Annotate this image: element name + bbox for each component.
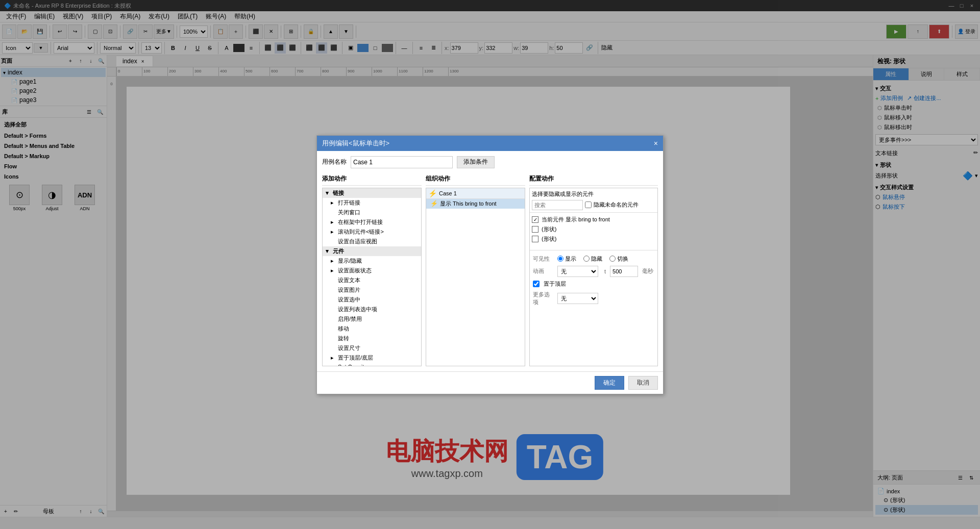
expand-icon: ▸ [331, 355, 338, 361]
target-list: 当前元件 显示 bring to front (形状) (形状) [530, 213, 657, 246]
hide-label: 隐藏 [591, 255, 602, 263]
target-current: 当前元件 显示 bring to front [532, 215, 655, 224]
dialog-close-btn[interactable]: × [654, 139, 658, 147]
case-name-row: 用例名称 添加条件 [322, 156, 658, 168]
cancel-btn[interactable]: 取消 [628, 376, 658, 390]
case-action-label: 显示 This bring to front [440, 200, 497, 208]
add-condition-btn[interactable]: 添加条件 [457, 156, 495, 168]
expand-icon: ▸ [331, 229, 338, 235]
group-widget-label: 元件 [333, 247, 344, 255]
config-action-col: 配置动作 选择要隐藏或显示的元件 隐藏未命名的元件 [529, 172, 658, 366]
group-link-label: 链接 [333, 189, 344, 197]
action-label: 在框架中打开链接 [338, 218, 383, 226]
more-options-row: 更多选项 无 [533, 289, 654, 308]
target-shape1: (形状) [532, 224, 655, 234]
action-set-size[interactable]: 设置尺寸 [323, 343, 421, 353]
action-list: ▾ 链接 ▸ 打开链接 关闭窗口 [323, 188, 421, 366]
action-open-link[interactable]: ▸ 打开链接 [323, 198, 421, 208]
case-item-label: Case 1 [439, 190, 457, 196]
action-rotate[interactable]: 旋转 [323, 334, 421, 343]
bring-to-front-checkbox[interactable] [533, 281, 540, 287]
config-action-content: 选择要隐藏或显示的元件 隐藏未命名的元件 [529, 188, 658, 366]
bring-to-front-label: 置于顶层 [544, 280, 566, 288]
case-name-label: 用例名称 [322, 158, 347, 166]
visibility-label: 可见性 [533, 255, 553, 263]
search-hide-row: 隐藏未命名的元件 [532, 200, 655, 210]
action-label: 设置尺寸 [338, 344, 360, 352]
case-action-show[interactable]: ⚡ 显示 This bring to front [426, 199, 525, 209]
toggle-radio: 切换 [609, 255, 628, 263]
more-options-select[interactable]: 无 [557, 293, 598, 304]
action-label: 设置选中 [338, 296, 360, 304]
target-shape1-checkbox[interactable] [532, 226, 538, 233]
dialog-title-bar: 用例编辑<鼠标单击时> × [317, 136, 663, 151]
action-opacity[interactable]: Set Opacity [323, 363, 421, 366]
hide-unnamed-checkbox[interactable] [585, 201, 592, 208]
config-action-header: 配置动作 [529, 172, 658, 186]
action-enable[interactable]: 启用/禁用 [323, 314, 421, 324]
dialog-body: 用例名称 添加条件 添加动作 ▾ 链接 [317, 151, 663, 371]
action-adaptive[interactable]: 设置自适应视图 [323, 237, 421, 246]
show-radio: 显示 [557, 255, 576, 263]
case-lightning-icon: ⚡ [428, 189, 437, 197]
show-label: 显示 [565, 255, 576, 263]
action-set-selected[interactable]: 设置选中 [323, 295, 421, 305]
action-label: 启用/禁用 [338, 315, 362, 323]
action-label: 关闭窗口 [338, 209, 360, 216]
organize-action-content: ⚡ Case 1 ⚡ 显示 This bring to front [426, 188, 525, 366]
expand-icon: ▸ [331, 267, 338, 274]
action-frame-link[interactable]: ▸ 在框架中打开链接 [323, 217, 421, 227]
action-set-panel[interactable]: ▸ 设置面板状态 [323, 266, 421, 275]
action-label: 旋转 [338, 335, 349, 342]
target-shape1-label: (形状) [542, 225, 556, 233]
action-scroll-link[interactable]: ▸ 滚动到元件<链接> [323, 227, 421, 237]
hide-radio-input[interactable] [583, 256, 590, 262]
action-label: 置于顶层/底层 [338, 354, 373, 362]
target-search-input[interactable] [532, 200, 583, 210]
case-editor-dialog: 用例编辑<鼠标单击时> × 用例名称 添加条件 添加动作 [316, 135, 664, 394]
time-label: t [604, 268, 606, 274]
add-action-header: 添加动作 [322, 172, 422, 186]
ok-btn[interactable]: 确定 [595, 376, 624, 390]
target-shape2: (形状) [532, 234, 655, 244]
config-section: 可见性 显示 隐藏 [530, 250, 657, 311]
organize-action-header: 组织动作 [426, 172, 525, 186]
target-current-checkbox[interactable] [532, 216, 538, 223]
action-label: 设置自适应视图 [338, 238, 377, 245]
add-action-col: 添加动作 ▾ 链接 ▸ 打开链接 [322, 172, 422, 366]
action-label: 打开链接 [338, 199, 360, 207]
action-link-group[interactable]: ▾ 链接 [323, 188, 421, 198]
expand-icon: ▸ [331, 219, 338, 225]
target-select-row: 选择要隐藏或显示的元件 隐藏未命名的元件 [530, 188, 657, 213]
hide-unnamed-label: 隐藏未命名的元件 [594, 201, 639, 209]
action-label: Set Opacity [338, 364, 367, 366]
action-label: 显示/隐藏 [338, 257, 362, 265]
case-name-input[interactable] [351, 156, 453, 168]
animation-select[interactable]: 无 [557, 266, 598, 277]
toggle-radio-input[interactable] [609, 256, 616, 262]
target-current-label: 当前元件 显示 bring to front [542, 216, 610, 223]
action-show-hide[interactable]: ▸ 显示/隐藏 [323, 256, 421, 266]
action-label: 设置面板状态 [338, 267, 372, 274]
action-widget-group[interactable]: ▾ 元件 [323, 246, 421, 256]
dialog-three-col: 添加动作 ▾ 链接 ▸ 打开链接 [322, 172, 658, 366]
action-move[interactable]: 移动 [323, 324, 421, 334]
action-zorder[interactable]: ▸ 置于顶层/底层 [323, 353, 421, 363]
action-label: 设置列表选中项 [338, 306, 377, 313]
action-label: 设置图片 [338, 286, 360, 294]
bring-to-front-row: 置于顶层 [533, 279, 654, 289]
group-expand-icon: ▾ [326, 190, 333, 196]
select-label-row: 选择要隐藏或显示的元件 [532, 190, 655, 198]
action-set-text[interactable]: 设置文本 [323, 275, 421, 285]
dialog-footer: 确定 取消 [317, 371, 663, 394]
action-set-image[interactable]: 设置图片 [323, 285, 421, 295]
show-radio-input[interactable] [557, 256, 564, 262]
animation-label: 动画 [533, 267, 553, 275]
toggle-label: 切换 [617, 255, 628, 263]
more-options-label: 更多选项 [533, 291, 553, 306]
target-shape2-checkbox[interactable] [532, 236, 538, 242]
action-set-list[interactable]: 设置列表选中项 [323, 305, 421, 314]
time-input[interactable] [610, 266, 638, 277]
action-label: 滚动到元件<链接> [338, 228, 384, 236]
action-close-window[interactable]: 关闭窗口 [323, 208, 421, 217]
